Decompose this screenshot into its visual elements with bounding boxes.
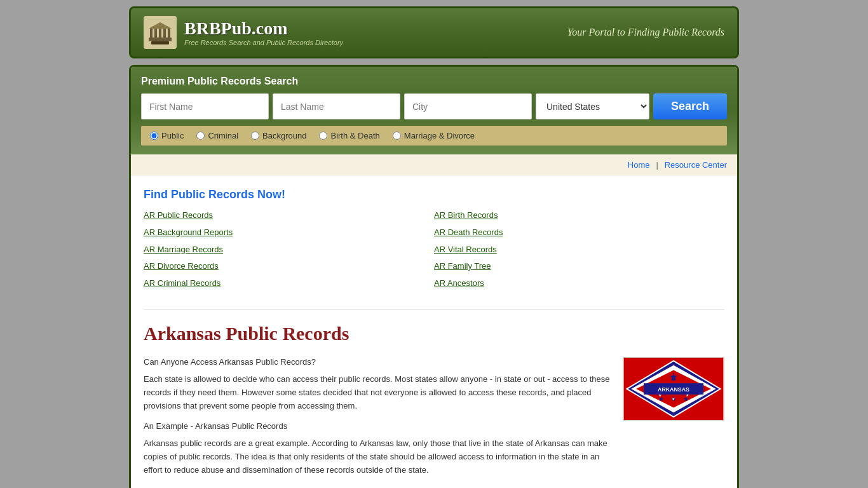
svg-marker-6 — [149, 22, 172, 29]
state-flag: ARKANSAS ★ ★ ★ ★ ★ ★ — [623, 357, 724, 488]
radio-background-input[interactable] — [251, 132, 259, 140]
records-links: AR Public Records AR Background Reports … — [144, 209, 724, 290]
subheading: An Example - Arkansas Public Records — [144, 421, 610, 431]
country-select[interactable]: United States — [536, 93, 649, 119]
link-ar-marriage-records[interactable]: AR Marriage Records — [144, 243, 434, 257]
radio-marriage-divorce[interactable]: Marriage & Divorce — [393, 131, 475, 140]
body-content: Can Anyone Access Arkansas Public Record… — [144, 357, 724, 488]
search-button[interactable]: Search — [653, 93, 727, 119]
svg-rect-5 — [168, 29, 170, 37]
records-col-2: AR Birth Records AR Death Records AR Vit… — [434, 209, 724, 290]
site-header: BRBPub.com Free Records Search and Publi… — [129, 6, 739, 58]
search-inputs-row: United States Search — [141, 93, 727, 119]
svg-rect-1 — [150, 29, 153, 37]
link-ar-criminal-records[interactable]: AR Criminal Records — [144, 277, 434, 290]
first-name-input[interactable] — [141, 93, 269, 119]
svg-rect-0 — [149, 37, 172, 41]
logo-text-block: BRBPub.com Free Records Search and Publi… — [184, 18, 343, 46]
radio-public-input[interactable] — [150, 132, 158, 140]
link-ar-family-tree[interactable]: AR Family Tree — [434, 260, 724, 273]
radio-background-label: Background — [262, 131, 306, 140]
radio-birth-death-label: Birth & Death — [330, 131, 379, 140]
radio-options-row: Public Criminal Background Birth & Death… — [141, 126, 727, 146]
radio-criminal-input[interactable] — [196, 132, 205, 140]
radio-public-label: Public — [161, 131, 184, 140]
svg-rect-7 — [151, 41, 169, 44]
header-tagline: Your Portal to Finding Public Records — [567, 27, 724, 38]
link-ar-ancestors[interactable]: AR Ancestors — [434, 277, 724, 290]
radio-marriage-divorce-label: Marriage & Divorce — [404, 131, 475, 140]
last-name-input[interactable] — [273, 93, 400, 119]
svg-text:ARKANSAS: ARKANSAS — [658, 386, 689, 393]
svg-rect-3 — [159, 29, 161, 37]
link-ar-public-records[interactable]: AR Public Records — [144, 209, 434, 222]
page-heading: Arkansas Public Records — [144, 309, 724, 344]
logo-icon — [144, 16, 177, 49]
radio-criminal[interactable]: Criminal — [196, 131, 238, 140]
logo-title: BRBPub.com — [184, 18, 343, 39]
breadcrumb-resource-center[interactable]: Resource Center — [665, 160, 727, 170]
text-content: Can Anyone Access Arkansas Public Record… — [144, 357, 610, 488]
radio-birth-death[interactable]: Birth & Death — [319, 131, 379, 140]
svg-text:★: ★ — [652, 386, 656, 391]
svg-text:★: ★ — [691, 386, 695, 391]
records-col-1: AR Public Records AR Background Reports … — [144, 209, 434, 290]
main-wrapper: Premium Public Records Search United Sta… — [129, 65, 739, 488]
svg-rect-4 — [163, 29, 166, 37]
find-records-title: Find Public Records Now! — [144, 188, 724, 201]
search-section-title: Premium Public Records Search — [141, 76, 727, 87]
svg-rect-2 — [154, 29, 157, 37]
content-area: Find Public Records Now! AR Public Recor… — [131, 175, 737, 488]
link-ar-vital-records[interactable]: AR Vital Records — [434, 243, 724, 257]
breadcrumb-home[interactable]: Home — [628, 160, 650, 170]
paragraph-1: Each state is allowed to decide who can … — [144, 373, 610, 412]
radio-birth-death-input[interactable] — [319, 132, 327, 140]
svg-text:★: ★ — [672, 397, 675, 401]
radio-criminal-label: Criminal — [208, 131, 238, 140]
arkansas-flag-svg: ARKANSAS ★ ★ ★ ★ ★ ★ — [623, 357, 724, 421]
logo-area: BRBPub.com Free Records Search and Publi… — [144, 16, 343, 49]
link-ar-background-reports[interactable]: AR Background Reports — [144, 226, 434, 240]
breadcrumb-separator: | — [656, 160, 658, 170]
svg-text:★: ★ — [686, 393, 689, 397]
logo-subtitle: Free Records Search and Public Records D… — [184, 39, 343, 46]
link-ar-birth-records[interactable]: AR Birth Records — [434, 209, 724, 222]
city-input[interactable] — [404, 93, 532, 119]
radio-public[interactable]: Public — [150, 131, 184, 140]
link-ar-death-records[interactable]: AR Death Records — [434, 226, 724, 240]
question-1: Can Anyone Access Arkansas Public Record… — [144, 357, 610, 367]
paragraph-2: Arkansas public records are a great exam… — [144, 437, 610, 477]
radio-marriage-divorce-input[interactable] — [393, 132, 401, 140]
svg-text:★: ★ — [672, 377, 675, 382]
svg-text:★: ★ — [658, 393, 661, 397]
radio-background[interactable]: Background — [251, 131, 306, 140]
link-ar-divorce-records[interactable]: AR Divorce Records — [144, 260, 434, 273]
search-section: Premium Public Records Search United Sta… — [131, 67, 737, 154]
breadcrumb-bar: Home | Resource Center — [131, 154, 737, 175]
